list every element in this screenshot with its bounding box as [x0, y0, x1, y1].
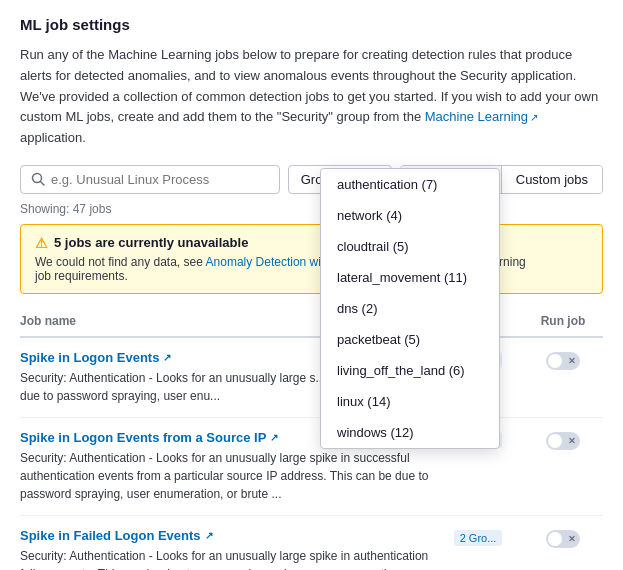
external-link-icon-0: ↗: [163, 352, 171, 363]
warning-text: We could not find any data, see Anomaly …: [35, 255, 588, 283]
search-box[interactable]: [20, 165, 280, 194]
external-link-icon: ↗: [530, 110, 538, 126]
toggle-x-icon-2: ✕: [568, 534, 576, 544]
toggle-knob-0: [548, 354, 562, 368]
job-row-inner-0: Spike in Logon Events ↗ Security: Authen…: [20, 350, 603, 405]
dropdown-item-4[interactable]: dns (2): [321, 293, 499, 324]
anomaly-detection-link[interactable]: Anomaly Detection with: [206, 255, 331, 269]
showing-count: Showing: 47 jobs: [20, 202, 603, 216]
dropdown-item-7[interactable]: linux (14): [321, 386, 499, 417]
toggle-knob-2: [548, 532, 562, 546]
toggle-knob-1: [548, 434, 562, 448]
job-row-inner-1: Spike in Logon Events from a Source IP ↗…: [20, 430, 603, 503]
description: Run any of the Machine Learning jobs bel…: [20, 45, 603, 149]
dropdown-item-5[interactable]: packetbeat (5): [321, 324, 499, 355]
warning-title: ⚠ 5 jobs are currently unavailable: [35, 235, 588, 251]
page-container: ML job settings Run any of the Machine L…: [0, 0, 623, 570]
job-desc-1: Security: Authentication - Looks for an …: [20, 449, 433, 503]
toggle-1[interactable]: ✕: [546, 432, 580, 450]
dropdown-item-3[interactable]: lateral_movement (11): [321, 262, 499, 293]
page-title: ML job settings: [20, 16, 603, 33]
col-header-runjob: Run job: [523, 314, 603, 328]
job-link-2[interactable]: Spike in Failed Logon Events ↗: [20, 528, 433, 543]
toolbar: Groups 9 ▾ Elastic jobs Custom jobs: [20, 165, 603, 194]
dropdown-item-8[interactable]: windows (12): [321, 417, 499, 448]
table-row: Spike in Failed Logon Events ↗ Security:…: [20, 516, 603, 570]
job-name-1: Spike in Logon Events from a Source IP: [20, 430, 266, 445]
machine-learning-link[interactable]: Machine Learning↗: [425, 109, 538, 124]
dropdown-item-1[interactable]: network (4): [321, 200, 499, 231]
job-name-0: Spike in Logon Events: [20, 350, 159, 365]
custom-jobs-tab[interactable]: Custom jobs: [502, 166, 602, 193]
groups-tag-2[interactable]: 2 Gro...: [454, 530, 503, 546]
job-row-inner-2: Spike in Failed Logon Events ↗ Security:…: [20, 528, 603, 570]
dropdown-item-2[interactable]: cloudtrail (5): [321, 231, 499, 262]
toggle-x-icon-0: ✕: [568, 356, 576, 366]
dropdown-item-0[interactable]: authentication (7): [321, 169, 499, 200]
svg-line-1: [41, 182, 45, 186]
toggle-x-icon-1: ✕: [568, 436, 576, 446]
job-groups-2: 2 Gro...: [433, 528, 523, 546]
table-header: Job name Groups Run job: [20, 306, 603, 338]
external-link-icon-1: ↗: [270, 432, 278, 443]
search-icon: [31, 172, 45, 186]
dropdown-items-container: authentication (7)network (4)cloudtrail …: [321, 169, 499, 448]
dropdown-item-6[interactable]: living_off_the_land (6): [321, 355, 499, 386]
job-name-2: Spike in Failed Logon Events: [20, 528, 201, 543]
warning-icon: ⚠: [35, 235, 48, 251]
job-runjob-2[interactable]: ✕: [523, 528, 603, 548]
job-desc-2: Security: Authentication - Looks for an …: [20, 547, 433, 570]
job-info-2: Spike in Failed Logon Events ↗ Security:…: [20, 528, 433, 570]
groups-dropdown: authentication (7)network (4)cloudtrail …: [320, 168, 500, 449]
search-input[interactable]: [51, 172, 269, 187]
warning-banner: ⚠ 5 jobs are currently unavailable We co…: [20, 224, 603, 294]
job-runjob-0[interactable]: ✕: [523, 350, 603, 370]
external-link-icon-2: ↗: [205, 530, 213, 541]
table-row: Spike in Logon Events from a Source IP ↗…: [20, 418, 603, 516]
table-body: Spike in Logon Events ↗ Security: Authen…: [20, 338, 603, 570]
toggle-2[interactable]: ✕: [546, 530, 580, 548]
toggle-0[interactable]: ✕: [546, 352, 580, 370]
job-runjob-1[interactable]: ✕: [523, 430, 603, 450]
table-row: Spike in Logon Events ↗ Security: Authen…: [20, 338, 603, 418]
